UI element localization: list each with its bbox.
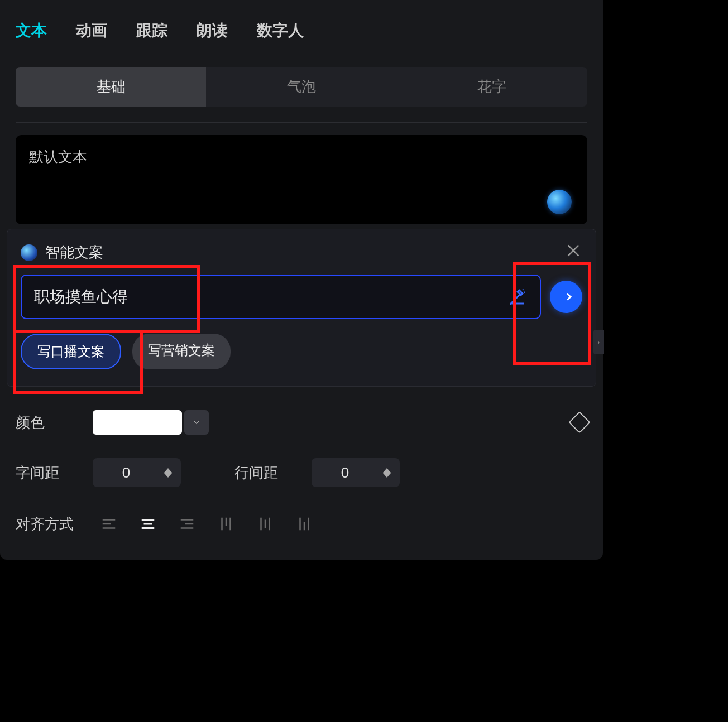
ai-orb-icon[interactable] xyxy=(547,190,572,214)
align-right-icon[interactable] xyxy=(171,511,203,537)
submit-arrow-button[interactable] xyxy=(550,281,582,313)
sub-tab-bar: 基础 气泡 花字 xyxy=(16,67,587,107)
line-spacing-label: 行间距 xyxy=(234,463,296,483)
divider xyxy=(16,122,587,123)
align-left-icon[interactable] xyxy=(93,511,125,537)
tab-animation[interactable]: 动画 xyxy=(76,20,107,41)
letter-spacing-down[interactable] xyxy=(164,473,172,478)
pill-marketing-copy[interactable]: 写营销文案 xyxy=(132,334,231,369)
keyframe-diamond-icon[interactable] xyxy=(568,411,591,434)
letter-spacing-value: 0 xyxy=(93,464,160,482)
line-spacing-down[interactable] xyxy=(383,473,391,478)
magic-wand-icon[interactable] xyxy=(507,287,528,307)
smart-copy-header: 智能文案 xyxy=(21,243,582,262)
smart-copy-panel: 智能文案 写口播文案 写营销文案 xyxy=(7,229,596,387)
align-buttons xyxy=(93,511,320,537)
letter-spacing-label: 字间距 xyxy=(16,463,77,483)
smart-input-wrap xyxy=(21,275,541,319)
align-row: 对齐方式 xyxy=(0,511,603,537)
text-panel: 文本 动画 跟踪 朗读 数字人 基础 气泡 花字 默认文本 智能文案 xyxy=(0,0,603,560)
line-spacing-spinner xyxy=(379,468,395,478)
letter-spacing-up[interactable] xyxy=(164,468,172,473)
valign-bottom-icon[interactable] xyxy=(288,511,320,537)
align-label: 对齐方式 xyxy=(16,514,77,534)
color-row: 颜色 xyxy=(0,410,603,435)
spacing-row: 字间距 0 行间距 0 xyxy=(0,458,603,487)
side-handle-icon[interactable]: › xyxy=(593,330,604,354)
valign-top-icon[interactable] xyxy=(210,511,242,537)
color-label: 颜色 xyxy=(16,413,77,432)
subtab-basic[interactable]: 基础 xyxy=(16,67,206,107)
color-swatch[interactable] xyxy=(93,410,182,435)
top-tab-bar: 文本 动画 跟踪 朗读 数字人 xyxy=(0,0,603,56)
align-center-icon[interactable] xyxy=(132,511,164,537)
tab-text[interactable]: 文本 xyxy=(16,20,47,41)
smart-input-row xyxy=(21,275,582,319)
close-icon[interactable] xyxy=(564,242,582,259)
subtab-fancy[interactable]: 花字 xyxy=(397,67,587,107)
copy-type-row: 写口播文案 写营销文案 xyxy=(21,334,582,369)
text-content-box[interactable]: 默认文本 xyxy=(16,135,587,224)
line-spacing-value: 0 xyxy=(312,464,379,482)
color-dropdown-button[interactable] xyxy=(184,410,209,435)
letter-spacing-spinner xyxy=(160,468,176,478)
line-spacing-input[interactable]: 0 xyxy=(312,458,400,487)
tab-digital-human[interactable]: 数字人 xyxy=(257,20,304,41)
tab-read[interactable]: 朗读 xyxy=(197,20,228,41)
smart-copy-input[interactable] xyxy=(34,288,495,306)
subtab-bubble[interactable]: 气泡 xyxy=(206,67,396,107)
letter-spacing-input[interactable]: 0 xyxy=(93,458,181,487)
pill-oral-copy[interactable]: 写口播文案 xyxy=(21,334,121,369)
line-spacing-up[interactable] xyxy=(383,468,391,473)
smart-copy-title: 智能文案 xyxy=(45,243,103,262)
valign-middle-icon[interactable] xyxy=(249,511,281,537)
tab-tracking[interactable]: 跟踪 xyxy=(136,20,167,41)
ai-orb-small-icon xyxy=(21,244,37,261)
text-content-value: 默认文本 xyxy=(29,148,87,165)
